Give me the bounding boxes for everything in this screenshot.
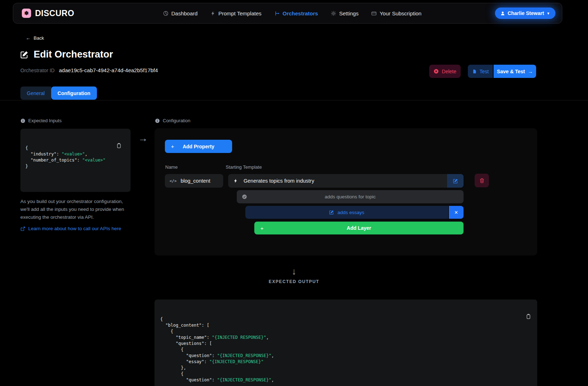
save-and-test-button[interactable]: Save & Test → xyxy=(494,65,536,78)
lightning-icon xyxy=(210,11,215,16)
add-layer-button[interactable]: + Add Layer xyxy=(254,222,464,234)
edit-pencil-icon xyxy=(453,178,458,184)
branch-icon xyxy=(274,11,280,16)
api-docs-link-label: Learn more about how to call our APIs he… xyxy=(28,226,121,231)
navbar: ✽ DISCURO Dashboard Prompt Templates O xyxy=(13,3,562,24)
code-icon: </> xyxy=(170,179,177,183)
delete-button[interactable]: Delete xyxy=(429,65,461,78)
layer-adds-questions[interactable]: adds questions for topic xyxy=(237,190,464,203)
add-layer-label: Add Layer xyxy=(347,225,371,231)
orchestrator-id-value: adae19c5-cab7-4942-a74d-4ea2b5f17bf4 xyxy=(59,67,158,73)
main-nav: Dashboard Prompt Templates Orchestrators… xyxy=(163,3,421,23)
starting-template-label: Starting Template xyxy=(226,164,262,170)
layer-adds-essays-row: adds essays ✕ xyxy=(245,206,464,219)
trash-icon xyxy=(479,178,485,183)
nav-item-prompt-templates[interactable]: Prompt Templates xyxy=(210,10,261,16)
nav-label: Your Subscription xyxy=(379,10,421,16)
configuration-panel: + Add Property Name Starting Template </… xyxy=(155,128,537,256)
close-icon: ✕ xyxy=(454,210,458,215)
app-root: ✽ DISCURO Dashboard Prompt Templates O xyxy=(0,0,588,386)
gear-icon xyxy=(331,11,336,16)
file-icon xyxy=(472,69,477,74)
copy-icon[interactable] xyxy=(526,303,534,330)
property-name-input[interactable]: </> blog_content xyxy=(165,174,223,188)
remove-layer-button[interactable]: ✕ xyxy=(449,206,464,219)
user-icon xyxy=(500,11,505,16)
credit-card-icon xyxy=(371,11,377,16)
configuration-label: Configuration xyxy=(163,118,190,123)
nav-item-settings[interactable]: Settings xyxy=(331,10,358,16)
arrow-left-icon: ← xyxy=(26,35,30,41)
tab-general[interactable]: General xyxy=(20,86,51,100)
flow-arrow-right-icon: → xyxy=(138,133,148,144)
nav-label: Dashboard xyxy=(171,10,197,16)
nav-label: Prompt Templates xyxy=(218,10,261,16)
delete-property-button[interactable] xyxy=(475,174,489,187)
info-icon xyxy=(155,118,160,123)
starting-template-input[interactable]: Generates topics from industry xyxy=(228,174,464,188)
back-label: Back xyxy=(34,35,44,41)
x-circle-icon xyxy=(433,69,439,74)
layer-adds-essays[interactable]: adds essays xyxy=(245,206,448,219)
user-menu-button[interactable]: Charlie Stewart ▼ xyxy=(495,8,555,19)
header-actions: Delete Test Save & Test → xyxy=(429,65,536,78)
add-property-label: Add Property xyxy=(183,144,215,149)
property-name-value: blog_content xyxy=(181,178,210,184)
name-field-label: Name xyxy=(165,164,178,170)
nav-label: Orchestrators xyxy=(283,10,318,16)
pie-chart-icon xyxy=(163,11,168,16)
back-button[interactable]: ← Back xyxy=(26,35,44,41)
orchestrator-id-label: Orchestrator ID xyxy=(20,68,55,73)
flower-icon: ✽ xyxy=(22,9,31,18)
save-test-label: Save & Test xyxy=(497,69,525,74)
edit-pencil-icon xyxy=(329,210,334,215)
brand-logo[interactable]: ✽ DISCURO xyxy=(22,9,74,18)
chevron-down-icon: ▼ xyxy=(547,11,550,15)
edit-template-button[interactable] xyxy=(447,174,464,188)
test-button[interactable]: Test xyxy=(468,65,493,78)
expected-inputs-section: Expected Inputs { "industry": "<value>",… xyxy=(20,118,131,231)
tab-configuration[interactable]: Configuration xyxy=(51,86,97,100)
test-label: Test xyxy=(480,69,489,74)
layer-label: adds questions for topic xyxy=(325,194,376,199)
configuration-header: Configuration xyxy=(155,118,190,123)
add-property-button[interactable]: + Add Property xyxy=(165,140,232,153)
page-title-row: Edit Orchestrator xyxy=(20,49,113,60)
external-link-icon xyxy=(20,226,25,231)
info-icon xyxy=(20,118,25,123)
lightning-icon xyxy=(233,178,238,183)
expected-inputs-description: As you build out your orchestrator confi… xyxy=(20,198,131,221)
nav-item-orchestrators[interactable]: Orchestrators xyxy=(274,10,318,16)
starting-template-value: Generates topics from industry xyxy=(244,178,314,184)
copy-icon[interactable] xyxy=(116,132,127,159)
plus-icon: + xyxy=(171,143,174,149)
flow-arrow-down-icon: ↓ xyxy=(0,266,588,277)
user-name: Charlie Stewart xyxy=(508,10,544,16)
section-divider xyxy=(0,100,588,100)
nav-item-dashboard[interactable]: Dashboard xyxy=(163,10,197,16)
plus-icon: + xyxy=(260,225,264,231)
arrow-right-icon: → xyxy=(528,69,533,74)
brand-name: DISCURO xyxy=(35,9,74,18)
page-title: Edit Orchestrator xyxy=(34,49,113,60)
tab-bar: General Configuration xyxy=(20,86,97,100)
expected-output-code: { "blog_content": [ { "topic_name": "{IN… xyxy=(155,300,537,386)
delete-label: Delete xyxy=(442,69,456,74)
expected-inputs-header: Expected Inputs xyxy=(20,118,131,123)
nav-item-your-subscription[interactable]: Your Subscription xyxy=(371,10,421,16)
check-circle-icon xyxy=(242,194,247,199)
layer-label: adds essays xyxy=(337,210,364,215)
expected-output-label: EXPECTED OUTPUT xyxy=(0,279,588,284)
api-docs-link[interactable]: Learn more about how to call our APIs he… xyxy=(20,226,131,231)
edit-pencil-icon xyxy=(20,50,29,59)
nav-label: Settings xyxy=(339,10,358,16)
expected-inputs-code: { "industry": "<value>", "number_of_topi… xyxy=(20,129,131,192)
orchestrator-id-row: Orchestrator ID adae19c5-cab7-4942-a74d-… xyxy=(20,67,158,73)
expected-inputs-label: Expected Inputs xyxy=(28,118,62,123)
